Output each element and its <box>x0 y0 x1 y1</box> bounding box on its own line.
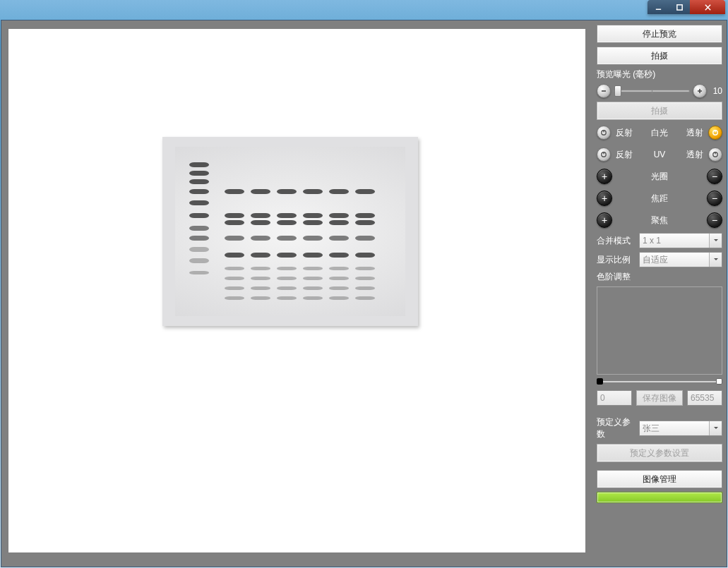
levels-high-thumb[interactable] <box>716 378 722 385</box>
stop-preview-button[interactable]: 停止预览 <box>597 25 722 43</box>
focal-label: 焦距 <box>612 193 707 205</box>
capture-disabled-button: 拍摄 <box>597 102 722 120</box>
preview-canvas <box>8 29 585 552</box>
preset-settings-button[interactable]: 预定义参数设置 <box>597 444 722 462</box>
white-trans-power-icon[interactable] <box>708 126 722 140</box>
aperture-minus-button[interactable]: − <box>707 169 722 184</box>
exposure-value: 10 <box>710 86 722 96</box>
levels-low-thumb[interactable] <box>597 378 603 385</box>
chevron-down-icon <box>709 253 722 267</box>
preset-label: 预定义参数 <box>597 416 635 440</box>
levels-low-input[interactable]: 0 <box>597 390 632 406</box>
uv-reflect-label: 反射 <box>614 149 635 161</box>
white-light-label: 白光 <box>638 127 681 139</box>
capture-button[interactable]: 拍摄 <box>597 47 722 65</box>
merge-mode-combo[interactable]: 1 x 1 <box>639 233 722 248</box>
uv-light-label: UV <box>638 150 681 159</box>
merge-mode-value: 1 x 1 <box>643 236 661 246</box>
display-ratio-label: 显示比例 <box>597 254 635 266</box>
focus-plus-button[interactable]: + <box>597 212 612 228</box>
preset-row: 预定义参数 张三 <box>597 416 722 440</box>
display-ratio-row: 显示比例 自适应 <box>597 252 722 267</box>
focal-minus-button[interactable]: − <box>707 191 722 206</box>
white-reflect-power-icon[interactable] <box>597 126 611 140</box>
exposure-label: 预览曝光 (毫秒) <box>597 68 722 80</box>
merge-mode-row: 合并模式 1 x 1 <box>597 233 722 248</box>
maximize-icon <box>676 4 684 11</box>
image-manage-button[interactable]: 图像管理 <box>597 470 722 488</box>
levels-high-input[interactable]: 65535 <box>687 390 722 406</box>
focus-row: + 聚焦 − <box>597 211 722 229</box>
exposure-slider[interactable] <box>614 90 690 92</box>
white-trans-label: 透射 <box>684 127 705 139</box>
gel-image <box>162 137 418 326</box>
chevron-down-icon <box>709 421 722 435</box>
focus-label: 聚焦 <box>612 214 707 226</box>
preset-combo[interactable]: 张三 <box>639 421 722 436</box>
merge-mode-label: 合并模式 <box>597 235 635 247</box>
exposure-plus-button[interactable] <box>693 84 707 98</box>
svg-rect-0 <box>676 4 681 9</box>
histogram-box <box>597 286 722 375</box>
exposure-slider-row: 10 <box>597 84 722 98</box>
aperture-plus-button[interactable]: + <box>597 169 612 184</box>
control-panel: 停止预览 拍摄 预览曝光 (毫秒) 10 拍摄 反射 白光 透射 反射 UV 透… <box>592 20 727 567</box>
close-button[interactable] <box>690 0 725 14</box>
window-titlebar <box>0 0 728 20</box>
close-icon <box>704 4 712 11</box>
exposure-minus-button[interactable] <box>597 84 611 98</box>
uv-trans-power-icon[interactable] <box>708 147 722 162</box>
white-light-row: 反射 白光 透射 <box>597 123 722 142</box>
levels-range-slider[interactable] <box>597 378 722 385</box>
preset-value: 张三 <box>643 423 660 435</box>
focal-plus-button[interactable]: + <box>597 191 612 206</box>
minimize-button[interactable] <box>648 0 669 14</box>
maximize-button[interactable] <box>669 0 690 14</box>
uv-light-row: 反射 UV 透射 <box>597 145 722 164</box>
preview-area <box>1 20 592 567</box>
uv-trans-label: 透射 <box>684 149 705 161</box>
levels-label: 色阶调整 <box>597 271 722 283</box>
window-buttons <box>648 0 725 14</box>
focus-minus-button[interactable]: − <box>707 212 722 228</box>
display-ratio-combo[interactable]: 自适应 <box>639 252 722 267</box>
progress-bar <box>597 492 722 503</box>
display-ratio-value: 自适应 <box>643 254 668 266</box>
aperture-label: 光圈 <box>612 171 707 183</box>
uv-reflect-power-icon[interactable] <box>597 147 611 162</box>
exposure-thumb[interactable] <box>614 85 621 97</box>
levels-inputs-row: 0 保存图像 65535 <box>597 390 722 406</box>
app-window: 停止预览 拍摄 预览曝光 (毫秒) 10 拍摄 反射 白光 透射 反射 UV 透… <box>1 20 727 567</box>
save-image-button: 保存图像 <box>636 390 683 406</box>
white-reflect-label: 反射 <box>614 127 635 139</box>
chevron-down-icon <box>709 234 722 248</box>
minimize-icon <box>655 4 662 11</box>
aperture-row: + 光圈 − <box>597 167 722 186</box>
focal-row: + 焦距 − <box>597 189 722 207</box>
